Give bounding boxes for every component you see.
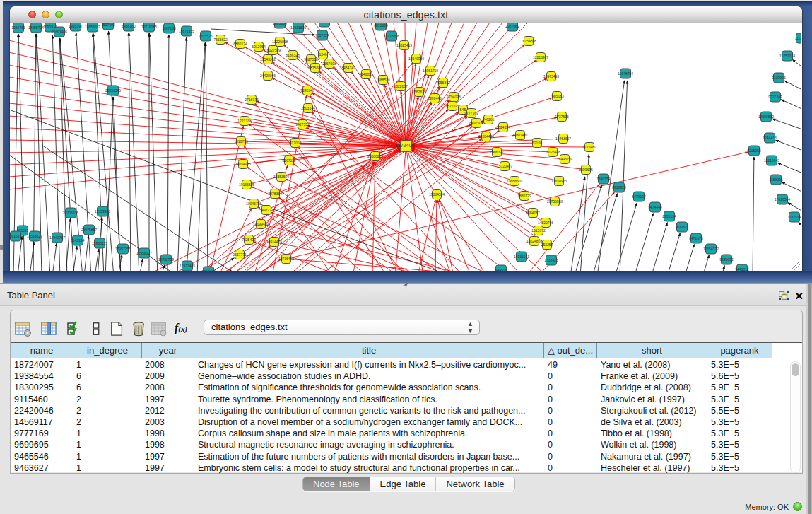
svg-text:12093832: 12093832 [758,115,774,119]
svg-text:23300265: 23300265 [367,154,383,158]
svg-text:1960763: 1960763 [11,25,25,30]
svg-text:19384554: 19384554 [429,192,445,197]
svg-text:9242848: 9242848 [300,88,314,93]
svg-text:6466160: 6466160 [122,24,136,28]
svg-text:1562615: 1562615 [412,90,426,94]
svg-text:19654985: 19654985 [235,162,251,166]
svg-text:14055724: 14055724 [28,25,44,30]
svg-text:7632621: 7632621 [675,225,689,229]
svg-text:1369291: 1369291 [769,177,783,182]
svg-text:7485063: 7485063 [550,94,564,98]
svg-text:417004: 417004 [290,141,302,145]
svg-text:1221338: 1221338 [237,119,252,123]
svg-text:10958127: 10958127 [136,251,152,255]
svg-text:18127509: 18127509 [265,48,281,52]
svg-text:1244413: 1244413 [763,136,777,140]
svg-text:9427552: 9427552 [295,122,310,127]
svg-text:9146821: 9146821 [359,72,373,76]
svg-text:6479197: 6479197 [632,194,646,199]
svg-text:21364436: 21364436 [478,134,494,139]
svg-text:9684067: 9684067 [526,211,540,215]
svg-text:8938923: 8938923 [612,185,626,189]
svg-text:1167534: 1167534 [787,215,801,219]
svg-text:13226058: 13226058 [272,40,288,44]
svg-text:7663822: 7663822 [213,37,228,42]
svg-text:10653287: 10653287 [85,25,100,29]
svg-text:2803144: 2803144 [301,106,315,110]
svg-text:1145194: 1145194 [71,238,84,243]
svg-text:5912954: 5912954 [252,45,266,49]
svg-text:13654923: 13654923 [551,179,567,183]
svg-text:9227349: 9227349 [768,95,782,99]
svg-text:24420046: 24420046 [260,74,276,78]
svg-text:10046786: 10046786 [246,201,261,206]
svg-text:5493222: 5493222 [259,208,273,212]
svg-text:1010755: 1010755 [234,139,248,144]
svg-text:1737515: 1737515 [555,115,569,119]
svg-text:10543362: 10543362 [260,57,276,62]
svg-text:62160: 62160 [532,141,542,145]
svg-text:9115460: 9115460 [582,145,596,149]
svg-text:12942737: 12942737 [49,235,65,240]
svg-text:10654122: 10654122 [703,247,719,251]
svg-text:7955812: 7955812 [436,81,450,85]
svg-text:8454749: 8454749 [341,66,355,70]
svg-text:1733426: 1733426 [544,258,558,262]
svg-text:13524856: 13524856 [526,239,542,243]
svg-text:8186328: 8186328 [286,53,300,57]
svg-text:9777169: 9777169 [464,111,478,115]
svg-text:10688609: 10688609 [507,179,522,183]
svg-text:8267110: 8267110 [282,158,295,163]
svg-text:19218506: 19218506 [384,34,399,38]
svg-text:1880729: 1880729 [517,194,531,198]
svg-text:12905115: 12905115 [92,241,107,245]
svg-text:12213967: 12213967 [533,55,548,59]
svg-text:9657771: 9657771 [233,252,247,257]
svg-text:991513: 991513 [10,234,22,238]
svg-text:8878334: 8878334 [268,192,282,196]
svg-text:16210643: 16210643 [764,158,779,163]
svg-text:16671355: 16671355 [179,29,194,33]
svg-text:14463627: 14463627 [555,136,571,141]
svg-text:10025438: 10025438 [545,150,560,154]
svg-text:7515526: 7515526 [199,34,213,38]
svg-text:15353594: 15353594 [273,175,289,179]
svg-text:16961758: 16961758 [423,69,438,73]
svg-text:1615172: 1615172 [531,228,546,233]
svg-text:17957255: 17957255 [115,247,131,251]
svg-text:18724007: 18724007 [395,143,417,148]
svg-text:13325419: 13325419 [396,43,412,47]
svg-text:20975857: 20975857 [81,228,97,232]
svg-text:1067135: 1067135 [162,26,176,30]
svg-text:1621025: 1621025 [445,104,459,108]
svg-text:10973493: 10973493 [543,74,559,78]
svg-text:1803809: 1803809 [273,23,287,25]
svg-text:7625402: 7625402 [242,238,256,242]
svg-text:17359938: 17359938 [95,209,110,214]
svg-text:2367608: 2367608 [322,62,336,66]
svg-text:20206536: 20206536 [63,211,78,215]
svg-text:2087662: 2087662 [505,24,519,28]
svg-text:9245652: 9245652 [719,257,734,262]
svg-text:1640954: 1640954 [596,177,611,181]
svg-text:16782759: 16782759 [158,257,174,262]
svg-text:9794028: 9794028 [447,95,461,99]
svg-text:18640910: 18640910 [408,57,424,61]
svg-text:16495759: 16495759 [557,157,572,161]
svg-text:20053346: 20053346 [105,88,121,93]
svg-text:16033809: 16033809 [290,25,306,30]
svg-text:8471676: 8471676 [689,236,703,240]
svg-text:6497508: 6497508 [469,121,483,125]
svg-text:252254: 252254 [541,243,553,247]
svg-text:12923445: 12923445 [180,264,195,268]
svg-text:14099489: 14099489 [253,222,269,226]
svg-text:7986322: 7986322 [490,150,504,154]
svg-text:8215958: 8215958 [747,148,761,153]
svg-text:9129996: 9129996 [772,76,786,80]
svg-text:10807487: 10807487 [512,133,528,137]
svg-text:8813054: 8813054 [374,23,388,28]
svg-text:881305: 881305 [319,23,331,24]
svg-text:11568629: 11568629 [27,234,42,238]
svg-text:19166825: 19166825 [239,182,254,187]
svg-text:1905397: 1905397 [69,24,83,28]
